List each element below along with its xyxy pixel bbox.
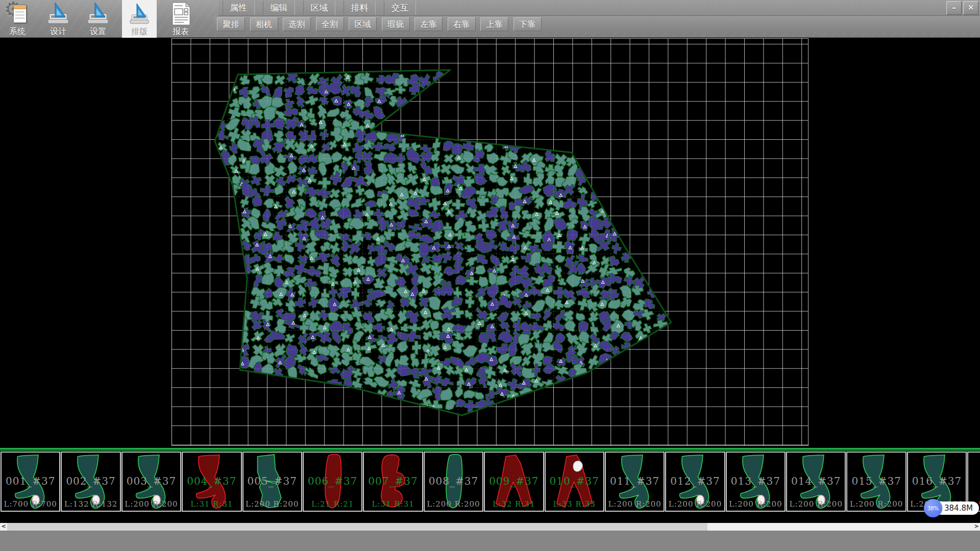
system-button[interactable]: ⚙ 系统 [0, 0, 35, 38]
layout-ruler-icon [128, 2, 151, 26]
piece-name: 001_#37 [2, 475, 59, 487]
piece-lr-count: L:200 R:200 [425, 499, 482, 509]
tool-button-9[interactable]: 上靠 [480, 17, 508, 31]
scrollbar-thumb[interactable] [7, 523, 707, 531]
piece-thumbnail-6[interactable]: 006_#37L:21 R:21 [303, 452, 362, 512]
tool-button-7[interactable]: 左靠 [414, 17, 443, 31]
piece-name: 003_#37 [122, 475, 180, 487]
piece-lr-count: L:200 R:200 [243, 499, 301, 509]
nesting-canvas[interactable] [0, 38, 980, 448]
scroll-left-icon[interactable]: < [0, 523, 7, 531]
menu-tab-1[interactable]: 属性 [223, 1, 255, 15]
memory-status-badge: 38% 384.8M [926, 502, 979, 515]
piece-thumbnail-strip: 001_#37L:700 R:700002_#37L:132 R:132003_… [0, 448, 980, 523]
scroll-right-icon[interactable]: > [973, 523, 980, 531]
piece-thumbnail-8[interactable]: 008_#37L:200 R:200 [424, 452, 483, 512]
piece-lr-count: L:200 R:200 [727, 499, 785, 509]
piece-thumbnail-2[interactable]: 002_#37L:132 R:132 [61, 452, 120, 512]
toolbar: ⚙ 系统 设计 设置 [0, 0, 980, 38]
piece-name: 002_#37 [62, 475, 119, 487]
piece-lr-count: L:132 R:132 [62, 499, 119, 509]
piece-lr-count: L:200 R:200 [847, 499, 905, 509]
tool-button-2[interactable]: 相机 [250, 17, 278, 31]
piece-thumbnail-10[interactable]: 010_#37L:33 R:33 [545, 452, 604, 512]
piece-lr-count: L:31 R:31 [183, 499, 240, 509]
tool-button-5[interactable]: 区域 [349, 17, 377, 31]
report-button-label: 报表 [173, 27, 189, 37]
tool-button-1[interactable]: 聚排 [217, 17, 245, 31]
piece-name: 014_#37 [787, 475, 845, 487]
piece-name: 011_#37 [606, 475, 664, 487]
piece-name: 013_#37 [727, 475, 785, 487]
tool-button-6[interactable]: 瑕疵 [382, 17, 410, 31]
piece-thumbnail-3[interactable]: 003_#37L:200 R:200 [121, 452, 181, 512]
strip-top-line [0, 448, 980, 449]
report-doc-icon [169, 2, 192, 26]
menu-tab-3[interactable]: 区域 [303, 1, 335, 15]
piece-thumbnail-14[interactable]: 014_#37L:200 R:200 [786, 452, 846, 512]
design-button-label: 设计 [50, 27, 66, 37]
piece-thumbnail-12[interactable]: 012_#37L:200 R:200 [665, 452, 725, 512]
layout-button[interactable]: 排版 [122, 0, 157, 38]
menu-tab-5[interactable]: 交互 [384, 1, 416, 15]
piece-thumbnail-1[interactable]: 001_#37L:700 R:700 [1, 452, 60, 512]
thumbnail-row: 001_#37L:700 R:700002_#37L:132 R:132003_… [1, 452, 980, 512]
piece-name: 012_#37 [666, 475, 724, 487]
memory-value: 384.8M [944, 504, 973, 513]
piece-lr-count: L:200 R:200 [122, 499, 180, 509]
piece-thumbnail-9[interactable]: 009_#37L:32 R:31 [484, 452, 544, 512]
tool-bar: 聚排相机选割全割区域瑕疵左靠右靠上靠下靠 [213, 16, 980, 32]
piece-lr-count: L:200 R:200 [666, 499, 724, 509]
piece-name: 008_#37 [425, 475, 482, 487]
piece-name: 004_#37 [183, 475, 240, 487]
close-button[interactable]: ✕ [963, 1, 978, 15]
piece-lr-count: L:200 R:200 [606, 499, 664, 509]
design-ruler-icon [47, 2, 69, 26]
piece-thumbnail-13[interactable]: 013_#37L:200 R:200 [726, 452, 786, 512]
tool-button-8[interactable]: 右靠 [448, 17, 476, 31]
system-gear-icon: ⚙ [6, 2, 29, 26]
menu-bar: 属性编辑区域排料交互 [218, 0, 980, 16]
tool-button-3[interactable]: 选割 [283, 17, 311, 31]
piece-thumbnail-15[interactable]: 015_#37L:200 R:200 [846, 452, 906, 512]
piece-lr-count: L:31 R:31 [364, 499, 422, 509]
tool-button-10[interactable]: 下靠 [513, 17, 542, 31]
piece-thumbnail-11[interactable]: 011_#37L:200 R:200 [605, 452, 665, 512]
settings-ruler-icon [87, 2, 109, 26]
piece-thumbnail-4[interactable]: 004_#37L:31 R:31 [182, 452, 241, 512]
strip-top-line-2 [0, 449, 980, 450]
settings-button[interactable]: 设置 [81, 0, 115, 38]
piece-lr-count: L:21 R:21 [304, 499, 361, 509]
layout-button-label: 排版 [131, 27, 148, 37]
settings-button-label: 设置 [90, 27, 106, 37]
piece-lr-count: L:200 R:200 [787, 499, 845, 509]
piece-name: 005_#37 [243, 475, 301, 487]
piece-lr-count: L:32 R:31 [485, 499, 543, 509]
memory-percent-badge: 38% [924, 499, 942, 517]
piece-lr-count: L:700 R:700 [2, 499, 59, 509]
design-button[interactable]: 设计 [41, 0, 76, 38]
piece-thumbnail-5[interactable]: 005_#37L:200 R:200 [242, 452, 302, 512]
tool-button-4[interactable]: 全割 [316, 17, 344, 31]
piece-name: 016_#37 [908, 475, 966, 487]
menu-tab-2[interactable]: 编辑 [263, 1, 295, 15]
system-button-label: 系统 [9, 27, 26, 37]
piece-thumbnail-7[interactable]: 007_#37L:31 R:31 [363, 452, 423, 512]
piece-name: 006_#37 [304, 475, 361, 487]
piece-name: 010_#37 [546, 475, 603, 487]
report-button[interactable]: 报表 [163, 0, 198, 38]
window-bottom-strip [0, 531, 980, 551]
piece-lr-count: L:33 R:33 [546, 499, 603, 509]
menu-tab-4[interactable]: 排料 [344, 1, 376, 15]
horizontal-scrollbar[interactable]: < > [0, 523, 980, 531]
minimize-button[interactable]: – [946, 1, 962, 15]
piece-name: 015_#37 [847, 475, 905, 487]
piece-name: 009_#37 [485, 475, 543, 487]
piece-name: 007_#37 [364, 475, 422, 487]
